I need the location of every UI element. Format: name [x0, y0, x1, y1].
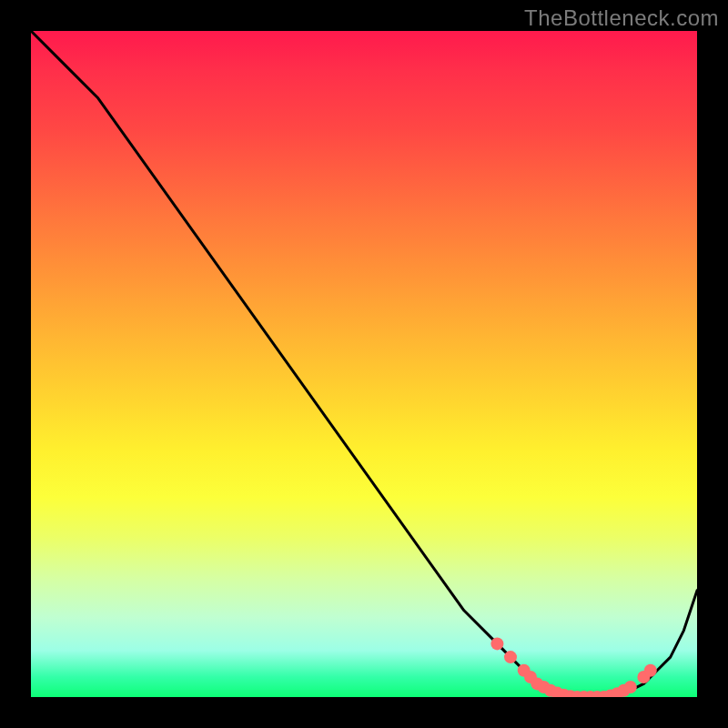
- sweet-spot-dot: [644, 664, 657, 677]
- sweet-spot-dot: [504, 651, 517, 663]
- watermark-text: TheBottleneck.com: [524, 5, 719, 31]
- chart-frame: TheBottleneck.com: [0, 0, 728, 728]
- sweet-spot-dot: [490, 637, 503, 650]
- sweet-spot-points: [490, 637, 656, 697]
- bottleneck-curve-svg: [31, 31, 697, 697]
- sweet-spot-dot: [624, 681, 637, 693]
- plot-area: [31, 31, 697, 697]
- bottleneck-curve-path: [31, 31, 697, 697]
